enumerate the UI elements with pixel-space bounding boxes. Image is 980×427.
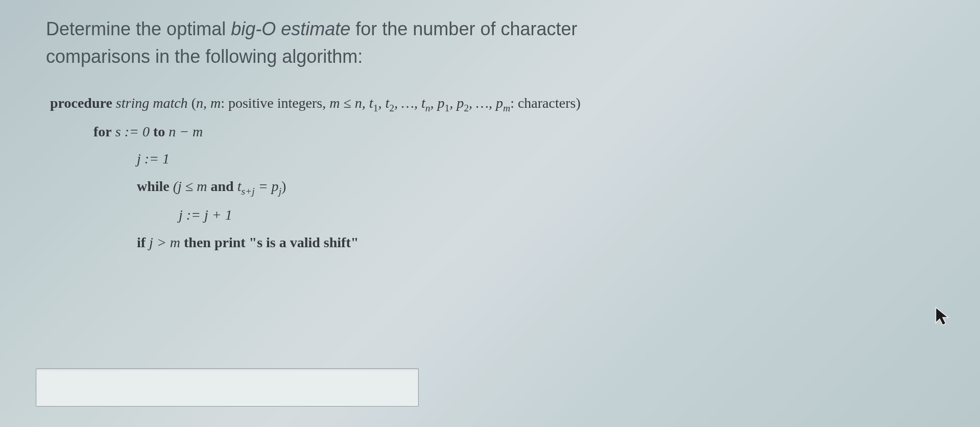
question-line1-suffix: for the number of character: [350, 18, 577, 39]
question-line1-prefix: Determine the optimal: [46, 18, 231, 39]
algorithm-block: procedure string match (n, m: positive i…: [50, 91, 934, 254]
question-line1-italic: big-O estimate: [231, 18, 350, 39]
proc-name: string match: [112, 95, 192, 111]
kw-for: for: [93, 124, 112, 139]
kw-to: to: [153, 124, 165, 139]
for-line: for s := 0 to n − m: [93, 120, 934, 144]
if-line: if j > m then print "s is a valid shift": [137, 230, 934, 255]
kw-then-print: then print: [184, 234, 249, 250]
kw-if: if: [137, 234, 146, 250]
mouse-cursor-icon: [934, 306, 952, 327]
question-line2: comparisons in the following algorithm:: [46, 46, 363, 67]
procedure-line: procedure string match (n, m: positive i…: [50, 91, 934, 116]
while-line: while (j ≤ m and ts+j = pj): [137, 174, 934, 200]
question-prompt: Determine the optimal big-O estimate for…: [46, 15, 934, 70]
kw-and: and: [210, 178, 233, 194]
kw-while: while: [137, 178, 170, 194]
answer-input[interactable]: [36, 368, 419, 407]
kw-procedure: procedure: [50, 95, 112, 111]
j-init-line: j := 1: [137, 147, 934, 171]
j-inc-line: j := j + 1: [179, 203, 934, 227]
